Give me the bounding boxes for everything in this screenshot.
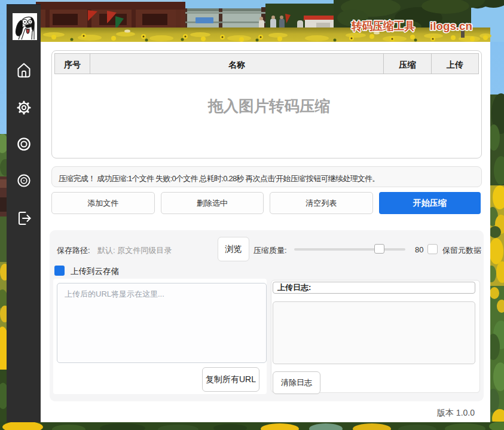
svg-text:转码压缩工具: 转码压缩工具 [351, 20, 415, 32]
svg-text:ilogs.cn: ilogs.cn [430, 20, 472, 32]
